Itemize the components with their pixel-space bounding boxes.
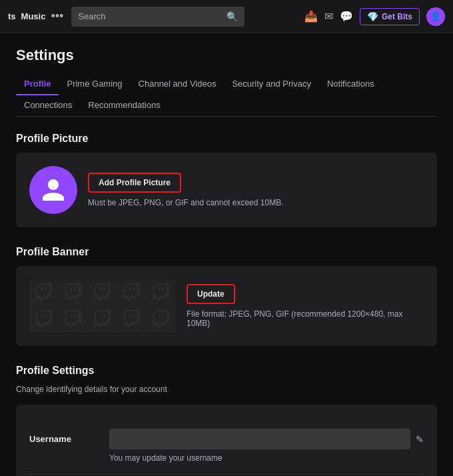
- username-hint: You may update your username: [109, 453, 424, 463]
- twitch-logo-icon-9: [123, 310, 141, 329]
- banner-right: Update File format: JPEG, PNG, GIF (reco…: [187, 284, 424, 328]
- tab-security-privacy[interactable]: Security and Privacy: [224, 73, 319, 95]
- banner-logo-cell-5: [147, 279, 176, 306]
- nav-more-icon[interactable]: •••: [51, 9, 63, 23]
- twitch-logo-icon-7: [64, 310, 83, 329]
- banner-logo-cell-7: [59, 306, 88, 333]
- profile-picture-section-title: Profile Picture: [16, 133, 437, 145]
- banner-preview: [29, 279, 176, 333]
- tab-channel-videos[interactable]: Channel and Videos: [131, 73, 225, 95]
- twitch-logo-icon-10: [152, 310, 171, 329]
- twitch-logo-icon-5: [152, 283, 171, 302]
- profile-banner-hint: File format: JPEG, PNG, GIF (recommended…: [187, 309, 424, 328]
- get-bits-button[interactable]: 💎 Get Bits: [360, 8, 420, 25]
- profile-settings-card: Username ✎ You may update your username …: [16, 405, 437, 476]
- banner-logo-cell-9: [117, 306, 147, 333]
- profile-banner-section-title: Profile Banner: [16, 246, 437, 258]
- username-input-wrapper: ✎: [109, 429, 424, 449]
- tab-connections[interactable]: Connections: [16, 95, 80, 117]
- add-profile-picture-button[interactable]: Add Profile Picture: [88, 173, 181, 193]
- twitch-logo-icon-2: [64, 283, 83, 302]
- settings-tabs: Profile Prime Gaming Channel and Videos …: [16, 73, 437, 117]
- twitch-logo-icon-4: [123, 283, 141, 302]
- username-label: Username: [29, 429, 109, 444]
- page-title: Settings: [16, 47, 437, 64]
- avatar-icon: 👤: [430, 11, 441, 21]
- main-content: Settings Profile Prime Gaming Channel an…: [0, 33, 453, 476]
- nav-brand-ts: ts: [8, 11, 16, 21]
- mail-icon[interactable]: ✉: [324, 10, 333, 23]
- tab-notifications[interactable]: Notifications: [319, 73, 382, 95]
- topnav-left: ts Music •••: [8, 9, 63, 23]
- user-avatar-icon: [40, 177, 67, 203]
- profile-pic-row: Add Profile Picture Must be JPEG, PNG, o…: [29, 166, 424, 214]
- update-banner-button[interactable]: Update: [187, 284, 235, 304]
- banner-logo-cell-10: [147, 306, 176, 333]
- profile-picture-hint: Must be JPEG, PNG, or GIF and cannot exc…: [88, 198, 283, 207]
- twitch-logo-icon-3: [93, 283, 112, 302]
- banner-logo-cell-2: [59, 279, 88, 306]
- search-input[interactable]: [78, 11, 221, 21]
- profile-settings-subtitle: Change identifying details for your acco…: [16, 385, 437, 394]
- search-icon: 🔍: [226, 11, 238, 22]
- twitch-logo-icon-8: [93, 310, 112, 329]
- avatar-large: [29, 166, 77, 214]
- topnav: ts Music ••• 🔍 📥 ✉ 💬 💎 Get Bits 👤: [0, 0, 453, 33]
- twitch-logo-icon-6: [35, 310, 53, 329]
- twitch-logo-icon: [35, 283, 53, 302]
- username-field-col: ✎ You may update your username: [109, 429, 424, 463]
- user-avatar[interactable]: 👤: [426, 7, 445, 26]
- edit-username-icon[interactable]: ✎: [416, 434, 424, 445]
- profile-banner-card: Update File format: JPEG, PNG, GIF (reco…: [16, 266, 437, 346]
- tab-profile[interactable]: Profile: [16, 73, 59, 95]
- profile-picture-card: Add Profile Picture Must be JPEG, PNG, o…: [16, 153, 437, 227]
- banner-area: Update File format: JPEG, PNG, GIF (reco…: [29, 279, 424, 333]
- banner-logo-cell-3: [88, 279, 117, 306]
- topnav-right: 📥 ✉ 💬 💎 Get Bits 👤: [304, 7, 445, 26]
- banner-logo-cell-1: [29, 279, 59, 306]
- nav-brand-music: Music: [21, 11, 46, 21]
- banner-logo-cell-8: [88, 306, 117, 333]
- get-bits-label: Get Bits: [382, 12, 412, 21]
- tab-prime-gaming[interactable]: Prime Gaming: [59, 73, 130, 95]
- chat-icon[interactable]: 💬: [340, 10, 353, 23]
- profile-settings-section-title: Profile Settings: [16, 365, 437, 377]
- banner-logo-cell-4: [117, 279, 147, 306]
- username-input[interactable]: [109, 429, 410, 449]
- bits-icon: 💎: [367, 11, 378, 22]
- tab-recommendations[interactable]: Recommendations: [80, 95, 168, 117]
- profile-pic-right: Add Profile Picture Must be JPEG, PNG, o…: [88, 173, 283, 207]
- inbox-icon[interactable]: 📥: [304, 10, 318, 23]
- banner-logo-cell-6: [29, 306, 59, 333]
- username-row: Username ✎ You may update your username: [29, 418, 424, 474]
- search-bar[interactable]: 🔍: [71, 7, 244, 27]
